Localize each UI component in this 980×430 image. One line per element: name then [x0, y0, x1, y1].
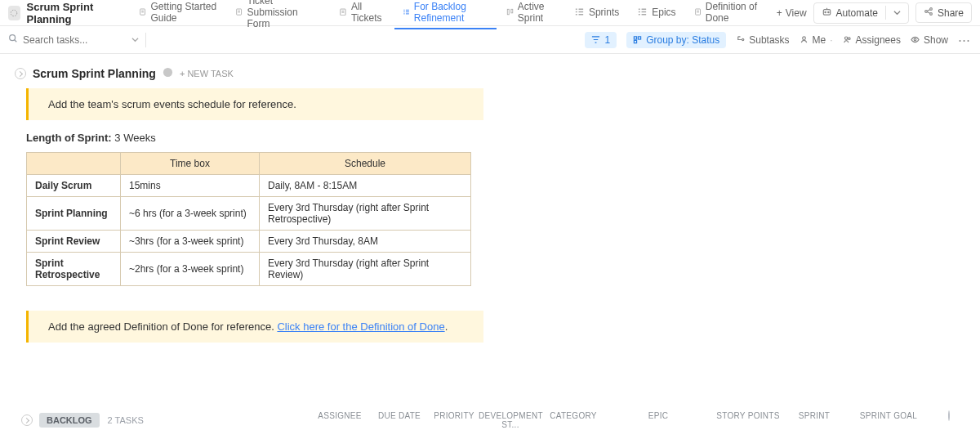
- search-input[interactable]: [23, 34, 113, 46]
- me-pill[interactable]: Me ·: [800, 34, 833, 46]
- divider: [145, 33, 146, 47]
- subtasks-pill[interactable]: Subtasks: [736, 34, 789, 46]
- svg-point-13: [10, 35, 16, 41]
- svg-rect-16: [635, 40, 637, 43]
- list-info-icon[interactable]: [163, 67, 173, 80]
- table-row: Daily Scrum15minsDaily, 8AM - 8:15AM: [27, 175, 471, 197]
- svg-point-19: [844, 37, 847, 39]
- share-icon: [924, 7, 933, 19]
- more-options[interactable]: ⋯: [958, 33, 972, 47]
- group-collapse-toggle[interactable]: [21, 414, 33, 426]
- logo-icon: [8, 6, 20, 20]
- tab-active-sprint[interactable]: Active Sprint: [498, 0, 564, 29]
- tab-ticket-submission[interactable]: Ticket Submission Form: [227, 0, 329, 35]
- doc-icon: [139, 7, 146, 17]
- notice-dod: Add the agreed Definition of Done for re…: [26, 311, 483, 343]
- people-icon: [843, 35, 852, 44]
- group-label-backlog[interactable]: BACKLOG: [39, 413, 100, 428]
- dod-link[interactable]: Click here for the Definition of Done: [277, 320, 444, 333]
- robot-icon: [822, 7, 832, 20]
- filter-icon: [591, 35, 600, 44]
- board-icon: [506, 7, 514, 17]
- svg-rect-14: [635, 37, 637, 39]
- svg-point-20: [848, 38, 850, 40]
- svg-rect-4: [507, 9, 509, 14]
- plus-icon: +: [777, 7, 782, 19]
- tab-getting-started[interactable]: Getting Started Guide: [131, 0, 225, 29]
- notice-scrum-events: Add the team's scrum events schedule for…: [26, 88, 483, 120]
- list-icon: [339, 7, 347, 17]
- share-button[interactable]: Share: [915, 2, 972, 23]
- tab-sprints[interactable]: Sprints: [566, 2, 627, 24]
- table-row: Sprint Planning~6 hrs (for a 3-week spri…: [27, 197, 471, 231]
- table-row: Sprint Retrospective~2hrs (for a 3-week …: [27, 253, 471, 286]
- list-title: Scrum Sprint Planning: [33, 67, 156, 80]
- filter-pill[interactable]: 1: [585, 32, 617, 48]
- assignees-pill[interactable]: Assignees: [843, 34, 901, 46]
- tab-backlog-refinement[interactable]: For Backlog Refinement: [394, 0, 497, 29]
- schedule-table: Time box Schedule Daily Scrum15minsDaily…: [26, 152, 471, 286]
- view-tabs: Getting Started Guide Ticket Submission …: [131, 0, 813, 35]
- tab-definition-of-done[interactable]: Definition of Done: [686, 0, 768, 29]
- automate-button[interactable]: Automate: [814, 3, 885, 23]
- person-icon: [800, 35, 808, 44]
- table-row: Sprint Review~3hrs (for a 3-week sprint)…: [27, 231, 471, 253]
- automate-dropdown[interactable]: [885, 6, 908, 20]
- add-view-button[interactable]: + View: [770, 4, 813, 22]
- list-icon: [403, 7, 410, 17]
- svg-point-11: [930, 8, 933, 11]
- svg-point-12: [930, 13, 933, 16]
- eye-icon: [911, 35, 920, 44]
- svg-point-0: [11, 10, 18, 16]
- new-task-button[interactable]: + NEW TASK: [180, 69, 234, 78]
- tab-all-tickets[interactable]: All Tickets: [331, 0, 393, 29]
- svg-point-9: [827, 11, 828, 12]
- list-icon: [637, 7, 648, 17]
- svg-point-22: [163, 68, 172, 77]
- group-by-pill[interactable]: Group by: Status: [626, 32, 726, 48]
- group-icon: [633, 35, 642, 44]
- subtask-icon: [736, 35, 745, 44]
- app-title: Scrum Sprint Planning: [27, 1, 120, 25]
- svg-point-21: [914, 38, 916, 41]
- sprint-length: Length of Sprint: 3 Weeks: [26, 132, 965, 144]
- search-icon: [8, 34, 18, 46]
- svg-point-10: [925, 11, 928, 13]
- doc-icon: [694, 7, 702, 17]
- svg-rect-5: [511, 9, 513, 13]
- svg-point-17: [742, 38, 744, 40]
- tab-epics[interactable]: Epics: [629, 2, 684, 24]
- svg-point-18: [802, 37, 805, 40]
- add-column-button[interactable]: [948, 410, 950, 421]
- task-count: 2 TASKS: [108, 415, 144, 425]
- svg-point-8: [825, 11, 826, 12]
- show-pill[interactable]: Show: [911, 34, 948, 46]
- collapse-toggle[interactable]: [15, 68, 26, 79]
- chevron-down-icon: [893, 9, 901, 16]
- svg-rect-15: [639, 37, 641, 39]
- form-icon: [235, 7, 243, 17]
- list-icon: [574, 7, 585, 17]
- column-headers: ASSIGNEE DUE DATE PRIORITY DEVELOPMENT S…: [310, 411, 965, 429]
- search-expand[interactable]: [131, 34, 139, 46]
- automate-group: Automate: [813, 2, 909, 24]
- chevron-down-icon: [131, 36, 139, 43]
